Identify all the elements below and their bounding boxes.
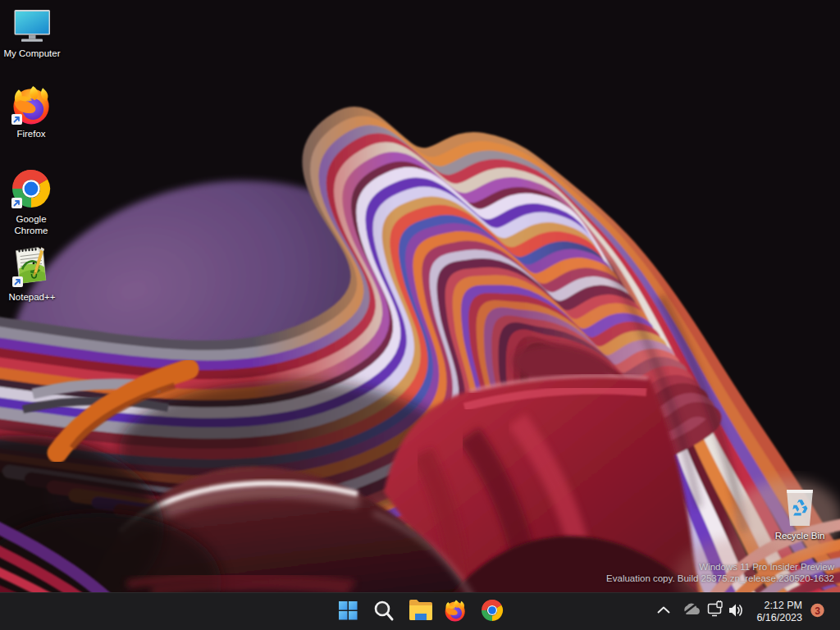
svg-text:6/16/2023: 6/16/2023: [756, 612, 802, 623]
svg-text:3: 3: [815, 605, 820, 617]
svg-text:2:12 PM: 2:12 PM: [764, 600, 802, 611]
